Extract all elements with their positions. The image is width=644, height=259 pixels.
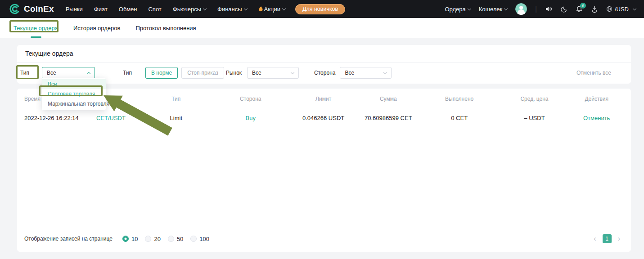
speaker-icon: [545, 5, 553, 13]
brand-name: CoinEx: [24, 4, 54, 14]
page-size-50[interactable]: 50: [168, 236, 183, 242]
order-side: Buy: [212, 115, 289, 121]
order-type-label: Тип: [123, 70, 132, 76]
active-tab-underline: [31, 36, 41, 38]
panel-title: Текущие ордера: [17, 45, 631, 63]
menu-exchange[interactable]: Обмен: [119, 6, 137, 13]
market-filter-label: Рынок: [226, 70, 242, 76]
screen: CoinEx Рынки Фиат Обмен Спот Фьючерсы Фи…: [0, 0, 644, 259]
menu-futures[interactable]: Фьючерсы: [173, 6, 206, 13]
sound-toggle[interactable]: [545, 5, 553, 13]
next-page-button[interactable]: ›: [618, 235, 620, 242]
download-icon: [591, 5, 598, 13]
type-filter-label: Тип: [20, 70, 29, 76]
newbie-button[interactable]: Для новичков: [295, 4, 345, 14]
radio-icon: [190, 236, 197, 242]
col-amount: Сумма: [357, 96, 419, 102]
col-avg-price: Сред. цена: [500, 96, 570, 102]
radio-icon: [145, 236, 151, 242]
page-size-options: 10 20 50 100: [122, 236, 209, 242]
moon-icon: [561, 6, 567, 13]
radio-selected-icon: [122, 236, 129, 242]
dropdown-option-all[interactable]: Все: [42, 79, 106, 89]
order-avg-price: – USDT: [500, 115, 570, 121]
order-limit: 0.046266 USDT: [289, 115, 357, 121]
type-filter-select[interactable]: Все: [42, 67, 95, 79]
cancel-all-button[interactable]: Отменить все: [576, 70, 611, 76]
col-actions: Действия: [569, 96, 624, 102]
filter-row: Тип Все Тип В норме Стоп-приказ Рынок Вс…: [17, 63, 631, 83]
col-type: Тип: [140, 96, 212, 102]
tab-order-history[interactable]: История ордеров: [73, 18, 120, 38]
order-type: Limit: [140, 115, 212, 121]
dropdown-option-margin-trading[interactable]: Маржинальная торговля: [42, 99, 106, 109]
coinex-logo[interactable]: CoinEx: [8, 3, 54, 15]
chevron-up-icon: [87, 71, 90, 75]
radio-icon: [168, 236, 174, 242]
side-filter-label: Сторона: [314, 70, 335, 76]
fire-icon: [258, 6, 263, 12]
chevron-down-icon: [291, 70, 294, 74]
side-filter-select[interactable]: Все: [340, 67, 392, 79]
page-size-10[interactable]: 10: [122, 236, 138, 242]
order-time: 2022-12-26 16:22:14: [24, 115, 81, 121]
dropdown-option-spot-trading[interactable]: Спотовая торговля: [42, 89, 106, 99]
prev-page-button[interactable]: ‹: [594, 235, 596, 242]
menu-promotions[interactable]: Акции: [258, 6, 285, 13]
market-filter-select[interactable]: Все: [247, 67, 299, 79]
menu-fiat[interactable]: Фиат: [94, 6, 108, 13]
order-amount: 70.60986599 CET: [357, 115, 419, 121]
pagination-row: Отображение записей на странице 10 20 50…: [24, 233, 624, 245]
page-size-100[interactable]: 100: [190, 236, 209, 242]
pager: ‹ 1 ›: [594, 234, 620, 243]
chevron-down-icon: [504, 6, 508, 10]
page-size-20[interactable]: 20: [145, 236, 160, 242]
current-page-button[interactable]: 1: [603, 234, 612, 243]
table-row: 2022-12-26 16:22:14 CET/USDT Limit Buy 0…: [17, 109, 631, 126]
currency-selector[interactable]: /USD: [606, 6, 636, 13]
order-executed: 0 CET: [419, 115, 500, 121]
menu-spot[interactable]: Спот: [148, 6, 161, 13]
menu-wallet[interactable]: Кошелек: [479, 6, 508, 13]
chevron-down-icon: [203, 6, 207, 10]
tab-execution-log[interactable]: Протокол выполнения: [135, 18, 196, 38]
orders-table-panel: Время поручения Пары Тип Сторона Лимит С…: [17, 89, 631, 252]
notification-badge: 6: [580, 3, 586, 9]
chevron-down-icon: [243, 6, 247, 10]
chevron-down-icon: [633, 6, 636, 10]
chevron-down-icon: [468, 6, 471, 10]
col-limit: Лимит: [289, 96, 357, 102]
orders-tabbar: Текущие ордера История ордеров Протокол …: [0, 18, 644, 38]
order-pair-link[interactable]: CET/USDT: [81, 115, 141, 121]
menu-finance[interactable]: Финансы: [217, 6, 247, 13]
divider: |: [535, 5, 537, 13]
globe-icon: [606, 6, 612, 12]
app-download-button[interactable]: [591, 5, 598, 13]
user-avatar[interactable]: [515, 3, 527, 15]
menu-markets[interactable]: Рынки: [66, 6, 83, 13]
main-menu: Рынки Фиат Обмен Спот Фьючерсы Финансы А…: [66, 6, 285, 13]
col-side: Сторона: [212, 96, 289, 102]
theme-toggle[interactable]: [561, 6, 567, 13]
col-executed: Выполнено: [419, 96, 500, 102]
type-filter-dropdown: Все Спотовая торговля Маржинальная торго…: [42, 78, 106, 110]
navbar-right: Ордера Кошелек |: [445, 3, 636, 15]
tab-current-orders[interactable]: Текущие ордера: [14, 18, 58, 38]
stop-orders-button[interactable]: Стоп-приказ: [181, 67, 224, 79]
page-size-label: Отображение записей на странице: [24, 236, 113, 242]
cancel-order-button[interactable]: Отменить: [569, 115, 624, 121]
normal-orders-button[interactable]: В норме: [145, 67, 178, 79]
coinex-logo-icon: [8, 3, 21, 15]
chevron-down-icon: [282, 6, 286, 10]
top-navbar: CoinEx Рынки Фиат Обмен Спот Фьючерсы Фи…: [0, 0, 644, 18]
current-orders-panel: Текущие ордера Тип Все Тип В норме Стоп-…: [17, 45, 631, 84]
avatar-icon: [515, 3, 527, 15]
menu-orders[interactable]: Ордера: [445, 6, 470, 13]
notifications-button[interactable]: 6: [576, 5, 583, 13]
chevron-down-icon: [383, 70, 387, 74]
